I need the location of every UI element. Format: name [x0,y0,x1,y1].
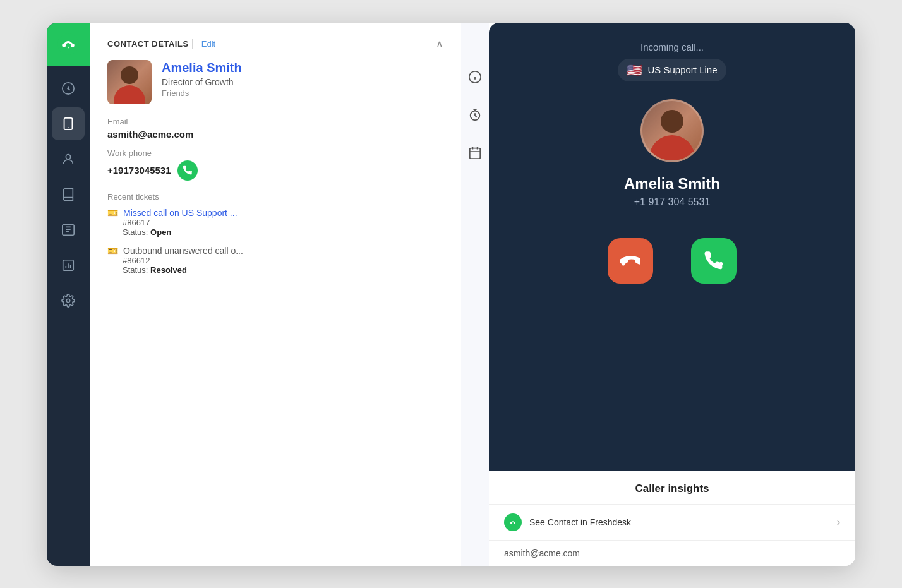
ticket-1-status: Status: Open [123,227,443,237]
insights-email: asmith@acme.com [489,541,855,566]
svg-point-7 [66,154,70,159]
ticket-icon-2: 🎫 [107,246,118,256]
sidebar-item-settings[interactable] [52,284,85,317]
work-phone-row: +19173045531 [107,160,443,181]
accept-button[interactable] [691,238,737,284]
svg-point-1 [62,43,66,47]
svg-point-0 [57,33,79,55]
decline-button[interactable] [608,238,653,284]
svg-point-10 [66,299,70,303]
work-phone-value: +19173045531 [107,165,171,176]
call-actions [608,238,737,284]
sidebar-logo [47,23,90,66]
caller-phone: +1 917 304 5531 [634,196,711,208]
email-label: Email [107,117,443,126]
sidebar [47,23,90,566]
svg-rect-8 [63,224,74,235]
line-badge: 🇺🇸 US Support Line [618,59,726,81]
svg-point-21 [514,522,515,524]
contact-details-panel: CONTACT DETAILS | Edit ∧ Amelia Smith Di… [90,23,461,566]
contact-name[interactable]: Amelia Smith [162,60,242,75]
contact-role: Director of Growth [162,77,242,87]
ticket-1-title[interactable]: Missed call on US Support ... [123,208,238,218]
sidebar-item-tickets[interactable] [52,213,85,246]
avatar-image [107,60,152,104]
svg-rect-15 [470,148,481,159]
sidebar-item-phone[interactable] [52,107,85,140]
right-icons-column [461,23,489,566]
sidebar-item-knowledge[interactable] [52,178,85,211]
calendar-icon[interactable] [465,143,485,163]
ticket-item-1: 🎫 Missed call on US Support ... #86617 S… [107,208,443,237]
collapse-button[interactable]: ∧ [436,38,443,50]
svg-point-20 [510,522,512,524]
sidebar-item-contacts[interactable] [52,143,85,176]
caller-avatar [640,99,704,162]
timer-icon[interactable] [465,105,485,125]
ticket-1-title-row: 🎫 Missed call on US Support ... [107,208,443,218]
flag-emoji: 🇺🇸 [627,63,642,78]
sidebar-item-reports[interactable] [52,249,85,282]
recent-tickets-label: Recent tickets [107,192,443,201]
contact-info: Amelia Smith Director of Growth Friends [107,60,443,104]
see-contact-chevron: › [837,517,840,528]
see-contact-row[interactable]: See Contact in Freshdesk › [489,505,855,541]
sidebar-nav [47,66,90,317]
line-name: US Support Line [647,64,717,75]
info-icon[interactable] [465,67,485,87]
incoming-label: Incoming call... [640,42,704,52]
edit-button[interactable]: Edit [201,39,215,49]
ticket-1-id: #86617 [123,218,443,227]
contact-details-header: CONTACT DETAILS | Edit ∧ [107,38,443,50]
sidebar-item-dashboard[interactable] [52,72,85,105]
ticket-item-2: 🎫 Outbound unanswered call o... #86612 S… [107,246,443,275]
contact-name-block: Amelia Smith Director of Growth Friends [162,60,242,98]
contact-tag: Friends [162,88,242,98]
ticket-icon: 🎫 [107,208,118,218]
svg-rect-5 [64,117,73,129]
caller-insights-title: Caller insights [489,471,855,505]
call-button[interactable] [177,160,198,181]
caller-name: Amelia Smith [624,175,720,193]
call-panel: Incoming call... 🇺🇸 US Support Line Amel… [489,23,855,566]
ticket-2-status: Status: Resolved [123,265,443,275]
svg-point-2 [71,43,75,47]
ticket-2-title: Outbound unanswered call o... [123,246,243,256]
contact-email: asmith@acme.com [107,129,443,140]
work-phone-label: Work phone [107,148,443,158]
ticket-2-title-row: 🎫 Outbound unanswered call o... [107,246,443,256]
freshdesk-icon [504,513,522,531]
contact-details-title: CONTACT DETAILS [107,39,189,49]
caller-insights-panel: Caller insights See Contact in Freshdesk… [489,471,855,566]
main-panel: CONTACT DETAILS | Edit ∧ Amelia Smith Di… [90,23,461,566]
call-panel-incoming: Incoming call... 🇺🇸 US Support Line Amel… [489,23,855,471]
see-contact-label: See Contact in Freshdesk [529,517,829,527]
contact-avatar [107,60,152,104]
header-divider: | [191,38,194,49]
ticket-2-id: #86612 [123,256,443,265]
